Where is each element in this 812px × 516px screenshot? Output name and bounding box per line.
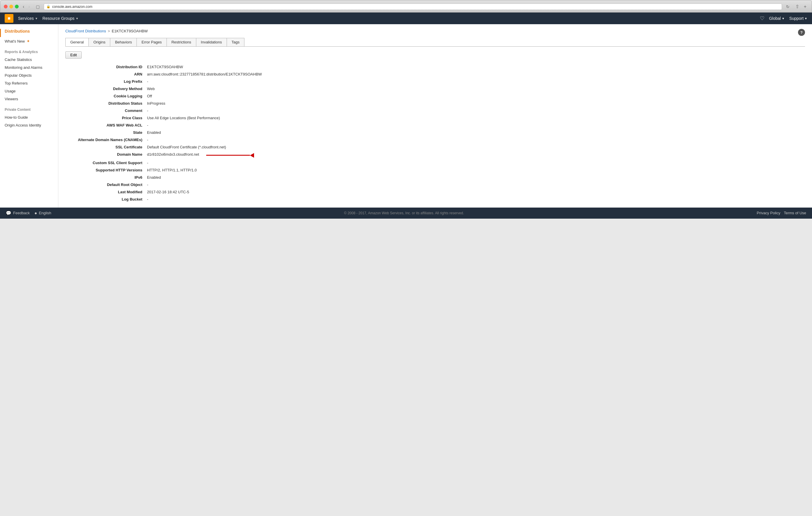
sidebar-item-whats-new[interactable]: What's New ✦ (0, 37, 58, 45)
globe-icon: ● (34, 211, 37, 215)
detail-row-price-class: Price ClassUse All Edge Locations (Best … (65, 114, 805, 122)
notifications-icon[interactable]: ♡ (760, 15, 764, 22)
detail-value-distribution-id: E1KTCKT9SOAHBW (147, 65, 805, 69)
breadcrumb-separator: > (108, 29, 110, 33)
detail-label-ssl-cert: SSL Certificate (65, 145, 147, 149)
detail-row-ipv6: IPv6Enabled (65, 174, 805, 181)
detail-value-distribution-status: InProgress (147, 101, 805, 105)
detail-row-log-bucket: Log Bucket- (65, 195, 805, 203)
reload-button[interactable]: ↻ (784, 4, 791, 10)
domain-name-arrow (206, 153, 254, 158)
sidebar-item-top-referrers[interactable]: Top Referrers (0, 79, 58, 87)
tab-general[interactable]: General (65, 38, 89, 47)
back-button[interactable]: ‹ (21, 3, 26, 10)
support-nav[interactable]: Support ▼ (789, 16, 807, 21)
tab-invalidations[interactable]: Invalidations (196, 38, 227, 47)
detail-row-distribution-id: Distribution IDE1KTCKT9SOAHBW (65, 63, 805, 70)
breadcrumb-current: E1KTCKT9SOAHBW (112, 29, 148, 33)
detail-label-aws-waf: AWS WAF Web ACL (65, 123, 147, 127)
help-icon[interactable]: ? (798, 29, 805, 36)
url-text: console.aws.amazon.com (52, 5, 92, 9)
sidebar-item-monitoring-alarms[interactable]: Monitoring and Alarms (0, 64, 58, 71)
detail-row-custom-ssl: Custom SSL Client Support- (65, 159, 805, 166)
feedback-icon: 💬 (6, 211, 11, 216)
add-tab-button[interactable]: + (802, 3, 808, 10)
sidebar-item-cache-statistics[interactable]: Cache Statistics (0, 56, 58, 64)
detail-row-domain-name: Domain Named1r8102xi6mdx3.cloudfront.net (65, 151, 805, 159)
support-label: Support (789, 16, 804, 21)
services-label: Services (18, 16, 34, 21)
global-nav[interactable]: Global ▼ (769, 16, 785, 21)
detail-label-http-versions: Supported HTTP Versions (65, 168, 147, 172)
detail-label-ipv6: IPv6 (65, 175, 147, 180)
sidebar-item-how-to-guide[interactable]: How-to Guide (0, 113, 58, 121)
edit-button[interactable]: Edit (65, 51, 82, 59)
detail-value-delivery-method: Web (147, 87, 805, 91)
detail-label-state: State (65, 130, 147, 135)
services-caret: ▼ (35, 17, 38, 20)
detail-row-state: StateEnabled (65, 129, 805, 136)
support-caret: ▼ (805, 17, 807, 20)
content-area: CloudFront Distributions > E1KTCKT9SOAHB… (58, 24, 812, 208)
feedback-item[interactable]: 💬 Feedback (6, 211, 30, 216)
detail-label-log-bucket: Log Bucket (65, 197, 147, 202)
detail-label-distribution-id: Distribution ID (65, 65, 147, 69)
sidebar-distributions-title[interactable]: Distributions (0, 29, 58, 37)
detail-label-domain-name: Domain Name (65, 152, 147, 158)
tab-restrictions[interactable]: Restrictions (167, 38, 196, 47)
maximize-button[interactable] (15, 5, 19, 8)
resource-groups-nav[interactable]: Resource Groups ▼ (42, 16, 79, 21)
detail-label-comment: Comment (65, 109, 147, 113)
language-label: English (39, 211, 51, 215)
breadcrumb-distributions-link[interactable]: CloudFront Distributions (65, 29, 106, 33)
detail-label-last-modified: Last Modified (65, 190, 147, 194)
detail-row-ssl-cert: SSL CertificateDefault CloudFront Certif… (65, 144, 805, 151)
detail-value-ipv6: Enabled (147, 175, 805, 180)
detail-value-comment: - (147, 109, 805, 113)
detail-value-cnames: - (147, 138, 805, 142)
tab-error-pages[interactable]: Error Pages (137, 38, 167, 47)
aws-navbar: ■ Services ▼ Resource Groups ▼ ♡ Global … (0, 12, 812, 24)
aws-logo-icon: ■ (7, 16, 10, 21)
terms-of-use-link[interactable]: Terms of Use (784, 211, 806, 215)
detail-row-arn: ARNarn:aws:cloudfront::232771856781:dist… (65, 70, 805, 78)
lock-icon: 🔒 (47, 5, 51, 8)
window-controls (4, 5, 19, 8)
tab-behaviors[interactable]: Behaviors (110, 38, 137, 47)
detail-label-log-prefix: Log Prefix (65, 79, 147, 84)
detail-row-cookie-logging: Cookie LoggingOff (65, 92, 805, 100)
address-bar[interactable]: 🔒 console.aws.amazon.com (44, 3, 782, 10)
detail-row-aws-waf: AWS WAF Web ACL- (65, 122, 805, 129)
detail-value-log-bucket: - (147, 197, 805, 202)
detail-label-cnames: Alternate Domain Names (CNAMEs) (65, 138, 147, 142)
detail-value-state: Enabled (147, 130, 805, 135)
detail-value-http-versions: HTTP/2, HTTP/1.1, HTTP/1.0 (147, 168, 805, 172)
feedback-label: Feedback (13, 211, 30, 215)
show-reader-button[interactable]: ▢ (34, 4, 41, 10)
detail-value-cookie-logging: Off (147, 94, 805, 98)
resource-groups-label: Resource Groups (42, 16, 75, 21)
detail-value-aws-waf: - (147, 123, 805, 127)
minimize-button[interactable] (9, 5, 13, 8)
tab-tags[interactable]: Tags (227, 38, 244, 47)
detail-value-price-class: Use All Edge Locations (Best Performance… (147, 116, 805, 120)
sidebar-item-usage[interactable]: Usage (0, 87, 58, 95)
aws-logo[interactable]: ■ (5, 14, 13, 23)
privacy-policy-link[interactable]: Privacy Policy (757, 211, 781, 215)
sidebar-item-viewers[interactable]: Viewers (0, 95, 58, 103)
close-button[interactable] (4, 5, 7, 8)
tab-bar: GeneralOriginsBehaviorsError PagesRestri… (65, 38, 805, 47)
detail-value-custom-ssl: - (147, 161, 805, 165)
sidebar-item-origin-access-identity[interactable]: Origin Access Identity (0, 121, 58, 129)
detail-value-ssl-cert: Default CloudFront Certificate (*.cloudf… (147, 145, 805, 149)
sidebar-item-popular-objects[interactable]: Popular Objects (0, 71, 58, 79)
services-nav[interactable]: Services ▼ (18, 16, 38, 21)
language-item[interactable]: ● English (34, 211, 51, 215)
detail-row-default-root: Default Root Object- (65, 181, 805, 188)
forward-button[interactable]: › (27, 3, 31, 10)
detail-value-log-prefix: - (147, 79, 805, 84)
detail-row-comment: Comment- (65, 107, 805, 114)
tab-origins[interactable]: Origins (88, 38, 110, 47)
share-button[interactable]: ⇧ (794, 3, 801, 10)
detail-row-cnames: Alternate Domain Names (CNAMEs)- (65, 136, 805, 144)
